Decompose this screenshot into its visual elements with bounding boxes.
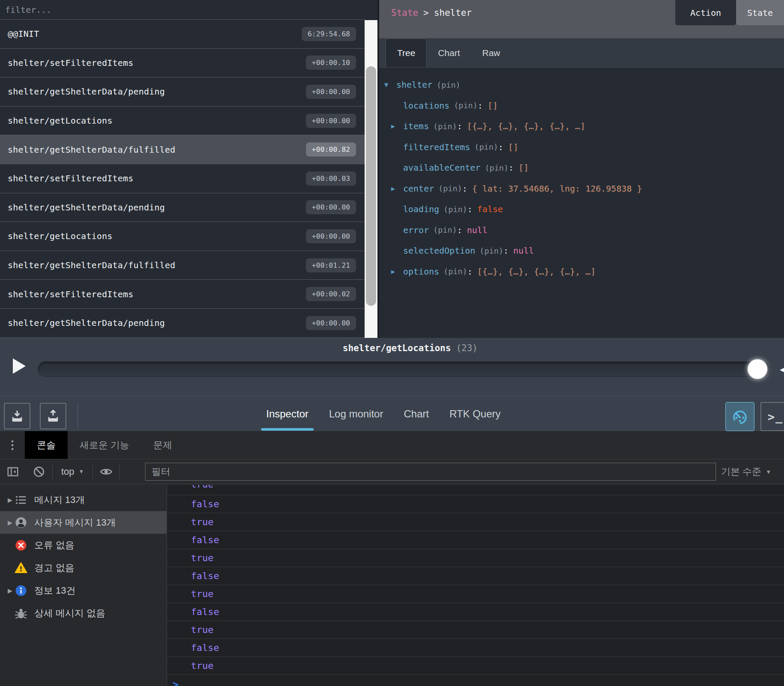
console-sidebar-item[interactable]: ▶ 정보 13건 [0,579,166,602]
tree-key: shelter [396,80,432,90]
console-sidebar-item[interactable]: ▶ 사용자 메시지 13개 [0,511,166,534]
tree-pin-label[interactable]: (pin) [443,267,467,276]
state-tree-row[interactable]: filteredItems (pin) : [] [379,137,784,158]
console-filter-input[interactable] [145,463,716,481]
step-back-icon[interactable]: ◀ [780,363,784,376]
tree-pin-label[interactable]: (pin) [433,225,457,234]
action-row[interactable]: shelter/setFilteredItems +00:00.02 [0,280,365,309]
import-button[interactable] [4,403,30,429]
autoselect-timer-button[interactable] [725,402,754,431]
monitor-tab[interactable]: Inspector [256,396,319,432]
action-row[interactable]: shelter/getShelterData/pending +00:00.00 [0,193,365,222]
tree-key: options [403,266,439,277]
tree-colon: : [457,121,462,131]
tree-value: null [513,245,534,256]
tree-pin-label[interactable]: (pin) [454,101,478,110]
tree-value: false [477,204,503,214]
action-time-badge: +00:00.00 [306,316,356,330]
dispatcher-terminal-button[interactable]: >_ [760,402,784,431]
state-tree-row[interactable]: ▶ center (pin) : { lat: 37.54686, lng: 1… [379,178,784,199]
state-tree-row[interactable]: selectedOption (pin) : null [379,240,784,261]
monitor-tab[interactable]: Chart [393,396,439,432]
state-view-tab[interactable]: Tree [386,38,427,67]
log-value: true [191,553,214,563]
tree-key: filteredItems [403,142,470,152]
devtools-tab[interactable]: 콘솔 [25,431,68,459]
export-button[interactable] [40,403,66,429]
user-icon [15,516,27,529]
tree-pin-label[interactable]: (pin) [433,122,457,131]
playback-slider-thumb[interactable] [748,359,767,379]
console-log-rows: false true false true false true false t… [167,495,784,675]
console-prompt[interactable]: > [167,675,784,686]
state-tree-row[interactable]: locations (pin) : [] [379,95,784,116]
state-view-tab[interactable]: Chart [427,38,471,67]
tree-key: center [403,183,434,194]
console-sidebar-item[interactable]: 상세 메시지 없음 [0,602,166,624]
context-label: top [61,466,74,477]
expand-arrow-icon[interactable]: ▶ [0,497,15,503]
console-sidebar-item[interactable]: 경고 없음 [0,556,166,579]
console-log-row: false [167,495,784,513]
log-value: false [191,499,219,509]
action-row[interactable]: shelter/setFilteredItems +00:00.03 [0,164,365,193]
action-name: shelter/getShelterData/pending [8,86,165,97]
state-tree-row[interactable]: availableCenter (pin) : [] [379,157,784,178]
expand-arrow-icon[interactable]: ▼ [384,81,396,89]
console-sidebar-item[interactable]: ▶ 메시지 13개 [0,488,166,511]
expand-arrow-icon[interactable]: ▶ [391,185,403,192]
expand-arrow-icon[interactable]: ▶ [0,519,15,526]
scrollbar-thumb[interactable] [366,66,376,306]
action-name: shelter/getShelterData/pending [8,202,165,213]
more-tools-button[interactable] [0,431,25,459]
action-row[interactable]: @@INIT 6:29:54.68 [0,20,365,49]
action-row[interactable]: shelter/getShelterData/pending +00:00.00 [0,77,365,106]
console-sidebar-toggle[interactable] [0,465,26,478]
tree-pin-label[interactable]: (pin) [485,163,509,172]
action-row[interactable]: shelter/getShelterData/fulfilled +00:00.… [0,135,365,164]
console-sidebar-item[interactable]: 오류 없음 [0,534,166,556]
action-row[interactable]: shelter/getLocations +00:00.00 [0,106,365,136]
sidebar-icon-slot [15,539,34,552]
expand-arrow-icon[interactable]: ▶ [391,122,403,130]
state-tree-row[interactable]: ▶ options (pin) : [{…}, {…}, {…}, {…}, …… [379,261,784,282]
tree-key: loading [403,204,439,214]
action-row[interactable]: shelter/getLocations +00:00.00 [0,222,365,251]
state-tree-row[interactable]: ▼ shelter (pin) : [379,74,784,95]
action-mode-button[interactable]: Action [675,0,736,25]
devtools-tab[interactable]: 문제 [141,431,184,459]
clear-console-button[interactable] [26,465,52,478]
action-row[interactable]: shelter/getShelterData/pending +00:00.00 [0,309,365,338]
tree-pin-label[interactable]: (pin) [437,80,460,89]
action-filter-input[interactable] [0,0,365,19]
play-button[interactable] [12,358,27,374]
sidebar-item-label: 경고 없음 [34,562,74,574]
expand-arrow-icon[interactable]: ▶ [0,587,15,594]
state-tree-row[interactable]: loading (pin) : false [379,199,784,220]
state-view-tab[interactable]: Raw [471,38,511,67]
context-selector[interactable]: top ▼ [61,466,84,477]
tree-pin-label[interactable]: (pin) [475,142,499,151]
playback-slider-track[interactable] [38,361,770,377]
monitor-tab[interactable]: RTK Query [439,396,511,432]
action-name: shelter/getLocations [8,231,113,241]
sidebar-item-label: 상세 메시지 없음 [34,607,105,620]
tree-pin-label[interactable]: (pin) [443,205,467,214]
live-expression-eye-button[interactable] [93,465,119,479]
state-tree: ▼ shelter (pin) : locations (pin) : [] ▶… [379,68,784,282]
warning-icon [15,562,27,574]
devtools-tab[interactable]: 새로운 기능 [68,431,141,459]
log-value: true [191,660,214,671]
log-level-selector[interactable]: 기본 수준 ▼ [721,459,771,484]
tree-pin-label[interactable]: (pin) [480,246,504,255]
tree-pin-label[interactable]: (pin) [438,184,462,193]
monitor-tab[interactable]: Log monitor [319,396,394,432]
console-log-row: true [167,657,784,675]
state-tree-row[interactable]: error (pin) : null [379,220,784,241]
action-row[interactable]: shelter/getShelterData/fulfilled +00:01.… [0,251,365,280]
expand-arrow-icon[interactable]: ▶ [391,268,403,275]
state-tree-row[interactable]: ▶ items (pin) : [{…}, {…}, {…}, {…}, …] [379,116,784,137]
state-mode-button[interactable]: State [736,0,784,25]
action-row[interactable]: shelter/setFilteredItems +00:00.10 [0,49,365,78]
breadcrumb-root[interactable]: State [391,8,418,18]
